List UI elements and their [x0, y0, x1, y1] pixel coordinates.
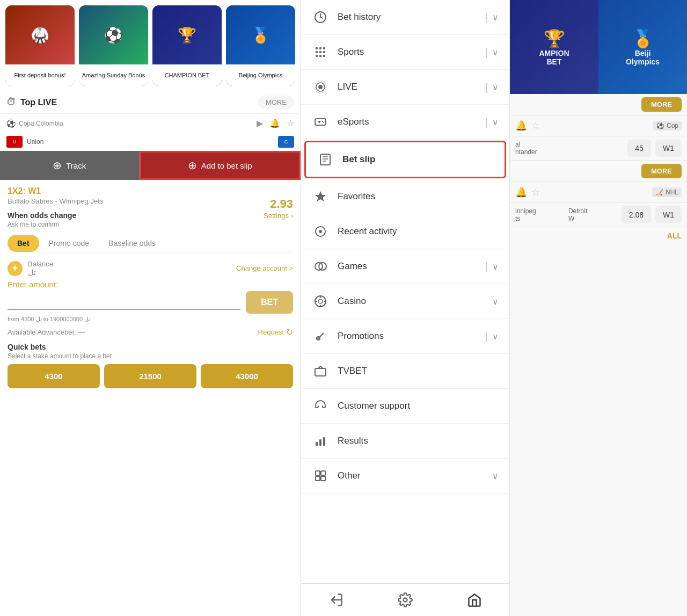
menu-item-favorites[interactable]: Favorites: [301, 179, 509, 214]
balance-amount: تل: [28, 268, 231, 277]
svg-rect-36: [315, 368, 326, 376]
right-hockey-teams: innipeg ts: [515, 207, 568, 222]
nav-home[interactable]: [440, 584, 509, 616]
right-bet-value[interactable]: 2.08: [622, 206, 651, 223]
advancebet-label: Available Advancebet: —: [8, 328, 85, 336]
quick-bet-4300[interactable]: 4300: [8, 364, 100, 388]
promo-card-4[interactable]: 🏅 Beijing Olympics: [226, 5, 295, 86]
right-team-row-1: al ntander 45 W1: [510, 136, 687, 161]
champion-line2: BET: [547, 57, 562, 66]
request-link[interactable]: Request ↻: [258, 327, 293, 337]
menu-item-customer-support[interactable]: Customer support: [301, 389, 509, 424]
promo-card-1[interactable]: 🥋 First deposit bonus!: [5, 5, 75, 86]
right-value-w1-1[interactable]: W1: [655, 140, 682, 157]
svg-point-28: [318, 299, 323, 303]
right-match-header-1: 🔔 ☆ ⚽ Cop: [510, 115, 687, 136]
svg-point-24: [319, 230, 322, 233]
bet-button[interactable]: BET: [246, 291, 293, 314]
menu-item-sports[interactable]: Sports | ∨: [301, 35, 509, 70]
right-banner-beijing: 🏅 Beiji Olympics: [598, 0, 687, 94]
chevron-0: ∨: [492, 12, 499, 23]
customer-support-icon: [312, 397, 329, 415]
menu-item-esports[interactable]: eSports | ∨: [301, 105, 509, 140]
svg-rect-9: [323, 55, 325, 57]
right-value-w1-2[interactable]: W1: [655, 206, 682, 223]
right-more-button[interactable]: MORE: [641, 97, 682, 112]
svg-rect-37: [316, 442, 318, 446]
quick-bet-21500[interactable]: 21500: [104, 364, 196, 388]
menu-item-games[interactable]: Games | ∨: [301, 249, 509, 284]
bet-history-label: Bet history: [338, 12, 485, 23]
star-icon[interactable]: ☆: [287, 118, 294, 128]
odds-change-label: When odds change: [8, 211, 76, 220]
nav-logout[interactable]: [301, 584, 370, 616]
other-label: Other: [338, 470, 492, 481]
top-live-more-button[interactable]: MORE: [258, 96, 294, 109]
menu-item-promotions[interactable]: Promotions | ∨: [301, 319, 509, 354]
cop-label: Cop: [667, 122, 678, 129]
detroit-label: Detroit W: [568, 207, 622, 222]
bet-history-icon: [312, 9, 329, 26]
team1-logo: U: [6, 136, 23, 148]
menu-item-live[interactable]: LIVE | ∨: [301, 70, 509, 105]
match-league-1: ⚽ Copa Colombia: [6, 119, 257, 128]
track-button[interactable]: ⊕ Track: [0, 151, 140, 180]
menu-item-results[interactable]: Results: [301, 424, 509, 459]
menu-item-casino[interactable]: Casino ∨: [301, 284, 509, 319]
bet-tab-baseline[interactable]: Baseline odds: [99, 235, 165, 252]
team-ntander: ntander: [515, 148, 627, 156]
champion-line1: AMPION: [539, 49, 569, 57]
right-bell-icon[interactable]: 🔔: [515, 120, 527, 132]
chevron-2: ∨: [492, 82, 499, 92]
right-nhl-star-icon[interactable]: ☆: [531, 186, 540, 198]
favorites-label: Favorites: [338, 191, 499, 202]
tvbet-label: TVBET: [338, 366, 499, 376]
customer-support-label: Customer support: [338, 401, 499, 411]
svg-rect-7: [316, 55, 318, 57]
menu-item-bet-history[interactable]: Bet history | ∨: [301, 0, 509, 35]
menu-item-tvbet[interactable]: TVBET: [301, 354, 509, 389]
promo-label-4: Beijing Olympics: [226, 64, 295, 86]
chevron-3: ∨: [492, 117, 499, 127]
svg-rect-1: [316, 47, 318, 49]
other-icon: [312, 467, 329, 484]
right-more-button-2[interactable]: MORE: [641, 164, 682, 178]
live-clock-icon: ⏱: [6, 97, 16, 108]
bet-slip-menu-icon: [317, 151, 334, 168]
change-account-link[interactable]: Change account >: [236, 264, 293, 272]
right-nhl-bell-icon[interactable]: 🔔: [515, 186, 527, 198]
separator-9: |: [485, 330, 488, 343]
promo-card-3[interactable]: 🏆 CHAMPION BET: [152, 5, 222, 86]
team2-logo: C: [278, 136, 294, 148]
bet-tab-bet[interactable]: Bet: [8, 235, 39, 252]
bell-icon[interactable]: 🔔: [269, 118, 280, 128]
promo-card-2[interactable]: ⚽ Amazing Sunday Bonus: [79, 5, 148, 86]
add-balance-button[interactable]: +: [8, 261, 23, 276]
bet-slip-icon: ⊕: [188, 159, 197, 172]
chevron-1: ∨: [492, 47, 499, 57]
sports-label: Sports: [338, 47, 485, 57]
menu-item-recent-activity[interactable]: Recent activity: [301, 214, 509, 249]
promo-img-4: 🏅: [226, 5, 295, 64]
bet-tab-promo[interactable]: Promo code: [39, 235, 99, 252]
quick-bets-subtitle: Select a stake amount to place a bet: [8, 352, 293, 360]
add-bet-slip-label: Add to bet slip: [201, 161, 252, 170]
top-live-header: ⏱ Top LIVE MORE: [0, 91, 301, 113]
nav-settings[interactable]: [370, 584, 440, 616]
menu-item-bet-slip[interactable]: Bet slip: [304, 141, 506, 178]
svg-point-45: [403, 598, 407, 602]
games-label: Games: [338, 261, 485, 272]
refresh-icon: ↻: [286, 327, 293, 337]
quick-bet-43000[interactable]: 43000: [201, 364, 293, 388]
match-actions: ▶ 🔔 ☆: [257, 118, 294, 128]
all-button[interactable]: ALL: [667, 231, 682, 240]
right-value-45[interactable]: 45: [627, 140, 651, 157]
amount-input[interactable]: [8, 295, 240, 310]
add-to-bet-slip-button[interactable]: ⊕ Add to bet slip: [140, 151, 301, 180]
right-star-icon[interactable]: ☆: [531, 120, 540, 132]
recent-activity-label: Recent activity: [338, 226, 499, 237]
settings-link[interactable]: Settings ›: [264, 212, 293, 220]
menu-item-other[interactable]: Other ∨: [301, 459, 509, 494]
odds-change-sub: Ask me to confirm: [8, 221, 293, 228]
play-icon[interactable]: ▶: [257, 118, 263, 128]
